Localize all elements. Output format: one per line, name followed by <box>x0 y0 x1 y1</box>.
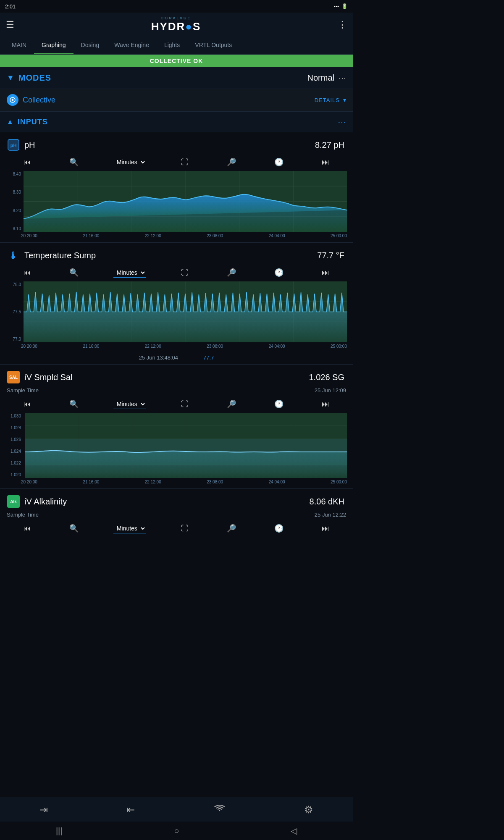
collective-banner: COLLECTIVE OK <box>0 55 353 67</box>
inputs-section: ▲ INPUTS ⋯ <box>0 111 353 132</box>
status-time: 2:01 <box>5 3 16 10</box>
ph-y-axis: 8.40 8.30 8.20 8.10 <box>6 171 23 232</box>
modes-value: Normal <box>307 73 334 83</box>
salinity-sensor-header: SAL iV Smpld Sal 1.026 SG <box>0 365 353 386</box>
tab-main[interactable]: MAIN <box>4 37 34 54</box>
salinity-sensor-icon: SAL <box>7 370 20 384</box>
salinity-sub-value: 25 Jun 12:09 <box>315 387 346 394</box>
status-icons: ▪▪▪ 🔋 <box>333 3 348 9</box>
alkalinity-sensor-card: Alk iV Alkalinity 8.06 dKH Sample Time 2… <box>0 488 353 588</box>
temp-skip-back-icon[interactable]: ⏮ <box>20 267 34 279</box>
ph-chart-x-labels: 20 20:00 21 16:00 22 12:00 23 08:00 24 0… <box>0 232 353 242</box>
temp-zoom-out-icon[interactable]: 🔍 <box>66 266 82 279</box>
inputs-title: INPUTS <box>18 118 48 126</box>
alk-skip-back-icon[interactable]: ⏮ <box>20 522 34 535</box>
temperature-sensor-icon: 🌡 <box>7 249 20 262</box>
ph-sensor-name: pH <box>24 140 35 150</box>
temperature-sensor-card: 🌡 Temperature Sump 77.7 °F ⏮ 🔍 MinutesHo… <box>0 242 353 364</box>
sal-skip-back-icon[interactable]: ⏮ <box>20 398 34 410</box>
temp-y-axis: 78.0 77.5 77.0 <box>6 281 23 342</box>
temp-history-icon[interactable]: 🕐 <box>271 266 287 279</box>
temp-zoom-in-icon[interactable]: 🔎 <box>223 266 239 279</box>
ph-history-icon[interactable]: 🕐 <box>271 156 287 168</box>
sal-time-select[interactable]: MinutesHoursDays <box>113 399 146 409</box>
wifi-icon: ▪▪▪ <box>333 3 339 9</box>
ph-sensor-icon: pH <box>7 138 20 152</box>
temperature-timestamp: 25 Jun 13:48:04 <box>139 354 178 361</box>
ph-chart-svg <box>24 171 347 232</box>
tab-lights[interactable]: Lights <box>157 37 187 54</box>
alkalinity-sensor-left: Alk iV Alkalinity <box>7 495 67 508</box>
menu-icon[interactable]: ☰ <box>6 19 14 30</box>
alk-zoom-in-icon[interactable]: 🔎 <box>223 522 239 535</box>
alk-skip-forward-icon[interactable]: ⏭ <box>318 522 333 535</box>
alk-time-select[interactable]: MinutesHoursDays <box>113 524 146 533</box>
sal-expand-icon[interactable]: ⛶ <box>178 398 192 410</box>
logo: CORALVUE HYDR●S <box>151 16 201 33</box>
ph-expand-icon[interactable]: ⛶ <box>178 156 192 168</box>
ph-zoom-out-icon[interactable]: 🔍 <box>66 156 82 168</box>
inputs-more-icon[interactable]: ⋯ <box>338 117 346 127</box>
collective-row: Collective DETAILS ▾ <box>0 89 353 111</box>
tab-graphing[interactable]: Graphing <box>34 37 74 54</box>
modes-collapse-icon[interactable]: ▼ <box>7 74 14 82</box>
alkalinity-icon-badge: Alk <box>7 495 20 508</box>
alkalinity-chart-controls: ⏮ 🔍 MinutesHoursDays ⛶ 🔎 🕐 ⏭ <box>0 520 353 537</box>
salinity-sub-label: Sample Time <box>7 387 39 394</box>
salinity-sensor-left: SAL iV Smpld Sal <box>7 370 73 384</box>
sal-skip-forward-icon[interactable]: ⏭ <box>318 398 333 410</box>
collective-icon <box>7 94 18 106</box>
temp-skip-forward-icon[interactable]: ⏭ <box>318 267 333 279</box>
sal-y-axis: 1.030 1.028 1.026 1.024 1.022 1.020 <box>6 413 23 478</box>
temp-expand-icon[interactable]: ⛶ <box>178 267 192 279</box>
inputs-left: ▲ INPUTS <box>7 118 48 126</box>
battery-icon: 🔋 <box>341 3 348 9</box>
svg-rect-32 <box>25 439 347 452</box>
alkalinity-sensor-icon: Alk <box>7 495 20 508</box>
salinity-chart-area: 1.030 1.028 1.026 1.024 1.022 1.020 <box>6 413 347 478</box>
ph-zoom-in-icon[interactable]: 🔎 <box>223 156 239 168</box>
status-bar: 2:01 ▪▪▪ 🔋 <box>0 0 353 13</box>
modes-right: Normal ⋯ <box>307 73 346 83</box>
temperature-chart-area: 78.0 77.5 77.0 <box>6 281 347 342</box>
sal-zoom-in-icon[interactable]: 🔎 <box>223 398 239 410</box>
temperature-sensor-name: Temperature Sump <box>24 251 96 260</box>
alkalinity-sensor-value: 8.06 dKH <box>310 497 346 507</box>
temperature-timestamp-value: 77.7 <box>203 354 214 361</box>
ph-sensor-left: pH pH <box>7 138 35 152</box>
details-button[interactable]: DETAILS <box>315 97 340 103</box>
sal-zoom-out-icon[interactable]: 🔍 <box>66 398 82 410</box>
tab-wave-engine[interactable]: Wave Engine <box>107 37 157 54</box>
modes-left: ▼ MODES <box>7 73 51 83</box>
temperature-chart-svg <box>24 281 347 342</box>
alk-history-icon[interactable]: 🕐 <box>271 522 287 535</box>
ph-chart-wrapper: 8.40 8.30 8.20 8.10 <box>0 171 353 242</box>
tab-dosing[interactable]: Dosing <box>74 37 107 54</box>
header: ☰ CORALVUE HYDR●S ⋮ <box>0 13 353 37</box>
temperature-timestamp-row: 25 Jun 13:48:04 77.7 <box>0 353 353 364</box>
alk-expand-icon[interactable]: ⛶ <box>178 522 192 535</box>
ph-chart-controls: ⏮ 🔍 MinutesHoursDays ⛶ 🔎 🕐 ⏭ <box>0 154 353 171</box>
header-more-icon[interactable]: ⋮ <box>338 19 347 30</box>
ph-time-select[interactable]: MinutesHoursDays <box>113 158 146 167</box>
inputs-collapse-icon[interactable]: ▲ <box>7 118 13 126</box>
ph-sensor-card: pH pH 8.27 pH ⏮ 🔍 MinutesHoursDays ⛶ 🔎 🕐… <box>0 132 353 242</box>
sal-history-icon[interactable]: 🕐 <box>271 398 287 410</box>
ph-skip-forward-icon[interactable]: ⏭ <box>318 156 333 168</box>
ph-skip-back-icon[interactable]: ⏮ <box>20 156 34 168</box>
alk-zoom-out-icon[interactable]: 🔍 <box>66 522 82 535</box>
collective-name[interactable]: Collective <box>23 96 55 105</box>
salinity-chart-controls: ⏮ 🔍 MinutesHoursDays ⛶ 🔎 🕐 ⏭ <box>0 396 353 413</box>
collective-left: Collective <box>7 94 55 106</box>
svg-text:pH: pH <box>10 143 17 148</box>
alkalinity-sensor-name: iV Alkalinity <box>24 497 67 507</box>
temperature-sensor-header: 🌡 Temperature Sump 77.7 °F <box>0 243 353 265</box>
temperature-chart-wrapper: 78.0 77.5 77.0 <box>0 281 353 353</box>
tab-vrtl-outputs[interactable]: VRTL Outputs <box>187 37 239 54</box>
alkalinity-sub-label: Sample Time <box>7 512 39 518</box>
modes-more-icon[interactable]: ⋯ <box>339 74 346 83</box>
salinity-chart-svg <box>25 413 347 478</box>
temperature-chart-x-labels: 20 20:00 21 16:00 22 12:00 23 08:00 24 0… <box>0 342 353 353</box>
temp-time-select[interactable]: MinutesHoursDays <box>113 268 146 278</box>
modes-section: ▼ MODES Normal ⋯ <box>0 67 353 89</box>
